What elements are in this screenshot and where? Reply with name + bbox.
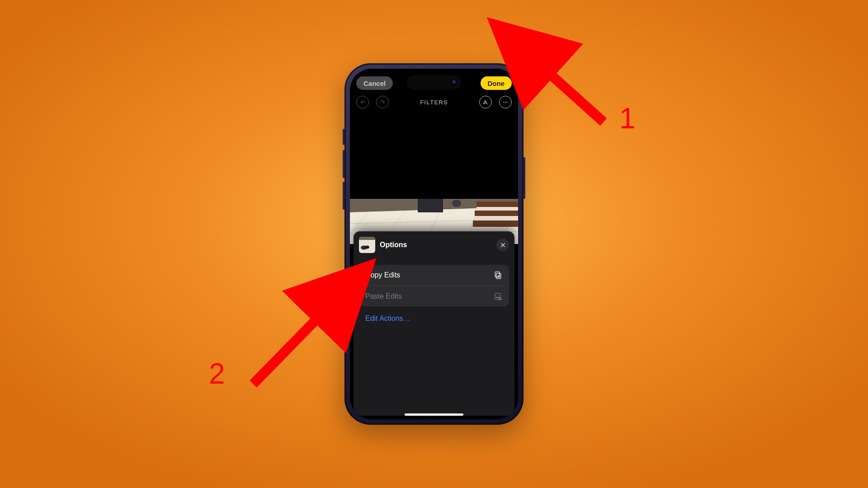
svg-rect-17: [475, 216, 518, 221]
paste-edits-row: Paste Edits: [359, 286, 509, 306]
svg-rect-19: [418, 199, 443, 212]
section-title: FILTERS: [420, 99, 448, 106]
paste-edits-icon: [493, 291, 503, 301]
svg-rect-18: [473, 221, 518, 227]
copy-edits-row[interactable]: Copy Edits: [359, 265, 509, 286]
screen: Cancel Done ↶ ↷ FILTERS: [350, 69, 518, 419]
editor-toolrow: ↶ ↷ FILTERS: [350, 94, 518, 110]
side-button-volume-down: [343, 182, 345, 210]
copy-edits-label: Copy Edits: [365, 271, 400, 279]
svg-point-0: [504, 102, 505, 103]
dynamic-island: [407, 75, 461, 89]
redo-icon: ↷: [380, 99, 385, 105]
svg-point-24: [365, 246, 369, 249]
svg-point-29: [497, 295, 498, 296]
copy-edits-icon: [493, 270, 503, 280]
svg-rect-22: [359, 237, 375, 240]
svg-point-1: [505, 102, 506, 103]
options-sheet: Options Copy Edits: [354, 231, 514, 416]
side-button-power: [523, 157, 525, 199]
undo-button[interactable]: ↶: [356, 96, 369, 108]
more-icon: [502, 99, 508, 105]
svg-rect-26: [496, 273, 501, 279]
edits-group: Copy Edits Paste Edits: [359, 265, 509, 306]
redo-button[interactable]: ↷: [376, 96, 389, 108]
sheet-header: Options: [359, 237, 509, 253]
done-button-label: Done: [488, 80, 505, 87]
svg-point-20: [452, 200, 461, 207]
markup-icon: [482, 99, 488, 105]
close-button[interactable]: [496, 239, 509, 251]
side-button-silent: [343, 129, 345, 145]
close-icon: [500, 243, 505, 248]
photo-thumbnail: [359, 237, 375, 253]
svg-point-27: [498, 275, 499, 276]
side-button-volume-up: [343, 150, 345, 178]
iphone-frame: Cancel Done ↶ ↷ FILTERS: [344, 63, 524, 425]
svg-rect-14: [476, 202, 518, 207]
svg-rect-28: [495, 293, 500, 299]
undo-icon: ↶: [360, 99, 365, 105]
front-camera: [452, 80, 457, 84]
edit-actions-label: Edit Actions…: [365, 314, 410, 322]
cancel-button-label: Cancel: [363, 80, 386, 87]
done-button[interactable]: Done: [481, 76, 512, 90]
sheet-title: Options: [380, 241, 492, 249]
svg-rect-15: [476, 207, 518, 211]
svg-rect-16: [475, 211, 518, 216]
markup-button[interactable]: [479, 96, 492, 108]
home-indicator[interactable]: [405, 413, 463, 416]
more-button[interactable]: [499, 96, 512, 108]
cancel-button[interactable]: Cancel: [356, 76, 393, 90]
edit-actions-button[interactable]: Edit Actions…: [359, 314, 509, 323]
paste-edits-label: Paste Edits: [365, 292, 402, 300]
svg-point-2: [506, 102, 507, 103]
